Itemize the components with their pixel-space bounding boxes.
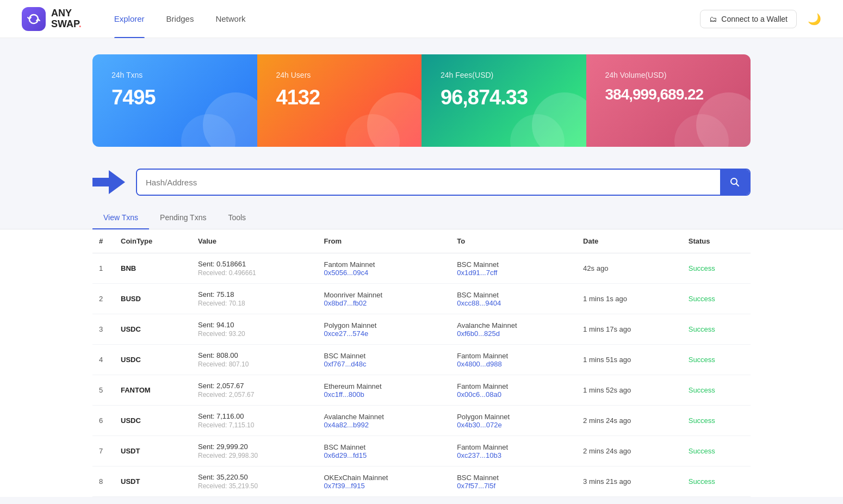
nav-item-bridges[interactable]: Bridges bbox=[156, 0, 205, 38]
stat-label-volume: 24h Volume(USD) bbox=[605, 71, 735, 79]
cell-date: 3 mins 21s ago bbox=[577, 466, 682, 497]
cell-to: BSC Mainnet 0xcc88...9404 bbox=[450, 284, 577, 314]
cell-coin: BUSD bbox=[114, 284, 191, 314]
nav-item-explorer[interactable]: Explorer bbox=[103, 0, 156, 38]
cell-date: 1 mins 52s ago bbox=[577, 375, 682, 406]
cell-date: 2 mins 24s ago bbox=[577, 436, 682, 466]
cell-to: Fantom Mainnet 0x4800...d988 bbox=[450, 345, 577, 375]
col-value: Value bbox=[191, 229, 317, 253]
search-box bbox=[136, 169, 751, 196]
cell-date: 2 mins 24s ago bbox=[577, 406, 682, 436]
cell-value: Sent: 29,999.20 Received: 29,998.30 bbox=[191, 436, 317, 466]
connect-wallet-label: Connect to a Wallet bbox=[721, 15, 788, 23]
search-section bbox=[0, 158, 843, 207]
cell-coin: USDT bbox=[114, 466, 191, 497]
logo-text: ANY SWAP. bbox=[51, 8, 82, 30]
from-addr-link[interactable]: 0x8bd7...fb02 bbox=[324, 299, 444, 307]
col-num: # bbox=[92, 229, 114, 253]
cell-num: 3 bbox=[92, 314, 114, 345]
cell-value: Sent: 35,220.50 Received: 35,219.50 bbox=[191, 466, 317, 497]
theme-toggle-button[interactable]: 🌙 bbox=[808, 13, 821, 26]
cell-value: Sent: 2,057.67 Received: 2,057.67 bbox=[191, 375, 317, 406]
cell-coin: FANTOM bbox=[114, 375, 191, 406]
stat-label-fees: 24h Fees(USD) bbox=[441, 71, 570, 79]
to-addr-link[interactable]: 0x00c6...08a0 bbox=[457, 390, 570, 399]
to-addr-link[interactable]: 0xcc88...9404 bbox=[457, 299, 570, 307]
tab-pending-txns[interactable]: Pending Txns bbox=[149, 207, 217, 229]
logo-area: ANY SWAP. bbox=[22, 7, 82, 31]
cell-coin: USDC bbox=[114, 406, 191, 436]
from-addr-link[interactable]: 0x5056...09c4 bbox=[324, 269, 444, 277]
logo-any: ANY bbox=[51, 8, 72, 18]
cell-from: OKExChain Mainnet 0x7f39...f915 bbox=[317, 466, 450, 497]
stat-card-txns: 24h Txns 7495 bbox=[92, 54, 257, 147]
tabs: View Txns Pending Txns Tools bbox=[92, 207, 751, 229]
cell-status: Success bbox=[682, 375, 751, 406]
svg-line-2 bbox=[736, 184, 739, 186]
cell-value: Sent: 808.00 Received: 807.10 bbox=[191, 345, 317, 375]
cell-from: Fantom Mainnet 0x5056...09c4 bbox=[317, 253, 450, 284]
cell-to: Polygon Mainnet 0x4b30...072e bbox=[450, 406, 577, 436]
transactions-table: # CoinType Value From To Date Status 1 B… bbox=[92, 229, 751, 497]
wallet-icon: 🗂 bbox=[709, 15, 717, 23]
cell-status: Success bbox=[682, 314, 751, 345]
cell-to: BSC Mainnet 0x1d91...7cff bbox=[450, 253, 577, 284]
main-nav: Explorer Bridges Network bbox=[103, 0, 257, 38]
header: ANY SWAP. Explorer Bridges Network 🗂 Con… bbox=[0, 0, 843, 38]
col-to: To bbox=[450, 229, 577, 253]
table-container: # CoinType Value From To Date Status 1 B… bbox=[0, 229, 843, 497]
cell-value: Sent: 7,116.00 Received: 7,115.10 bbox=[191, 406, 317, 436]
logo-swap: SWAP bbox=[51, 18, 79, 29]
tabs-section: View Txns Pending Txns Tools bbox=[0, 207, 843, 229]
to-addr-link[interactable]: 0x4b30...072e bbox=[457, 421, 570, 429]
tab-tools[interactable]: Tools bbox=[217, 207, 257, 229]
cell-status: Success bbox=[682, 284, 751, 314]
arrow-indicator bbox=[92, 169, 125, 196]
cell-value: Sent: 94.10 Received: 93.20 bbox=[191, 314, 317, 345]
cell-from: Avalanche Mainnet 0x4a82...b992 bbox=[317, 406, 450, 436]
logo-dot: . bbox=[79, 18, 82, 29]
from-addr-link[interactable]: 0xce27...574e bbox=[324, 329, 444, 338]
col-cointype: CoinType bbox=[114, 229, 191, 253]
cell-date: 1 mins 1s ago bbox=[577, 284, 682, 314]
cell-value: Sent: 0.518661 Received: 0.496661 bbox=[191, 253, 317, 284]
cell-from: Ethereum Mainnet 0xc1ff...800b bbox=[317, 375, 450, 406]
to-addr-link[interactable]: 0xf6b0...825d bbox=[457, 329, 570, 338]
svg-marker-0 bbox=[92, 170, 125, 194]
table-row: 6 USDC Sent: 7,116.00 Received: 7,115.10… bbox=[92, 406, 751, 436]
from-addr-link[interactable]: 0xc1ff...800b bbox=[324, 390, 444, 399]
cell-to: Avalanche Mainnet 0xf6b0...825d bbox=[450, 314, 577, 345]
search-button[interactable] bbox=[720, 170, 749, 195]
cell-from: Moonriver Mainnet 0x8bd7...fb02 bbox=[317, 284, 450, 314]
to-addr-link[interactable]: 0xc237...10b3 bbox=[457, 451, 570, 459]
col-status: Status bbox=[682, 229, 751, 253]
cell-num: 6 bbox=[92, 406, 114, 436]
col-from: From bbox=[317, 229, 450, 253]
table-row: 1 BNB Sent: 0.518661 Received: 0.496661 … bbox=[92, 253, 751, 284]
from-addr-link[interactable]: 0x4a82...b992 bbox=[324, 421, 444, 429]
from-addr-link[interactable]: 0x6d29...fd15 bbox=[324, 451, 444, 459]
table-section: # CoinType Value From To Date Status 1 B… bbox=[0, 229, 843, 497]
stat-card-fees: 24h Fees(USD) 96,874.33 bbox=[421, 54, 586, 147]
tab-view-txns[interactable]: View Txns bbox=[92, 207, 149, 229]
to-addr-link[interactable]: 0x4800...d988 bbox=[457, 360, 570, 368]
cell-num: 8 bbox=[92, 466, 114, 497]
stat-card-volume: 24h Volume(USD) 384,999,689.22 bbox=[586, 54, 751, 147]
from-addr-link[interactable]: 0xf767...d48c bbox=[324, 360, 444, 368]
connect-wallet-button[interactable]: 🗂 Connect to a Wallet bbox=[700, 10, 797, 28]
to-addr-link[interactable]: 0x1d91...7cff bbox=[457, 269, 570, 277]
table-row: 4 USDC Sent: 808.00 Received: 807.10 BSC… bbox=[92, 345, 751, 375]
cell-value: Sent: 75.18 Received: 70.18 bbox=[191, 284, 317, 314]
cell-from: BSC Mainnet 0xf767...d48c bbox=[317, 345, 450, 375]
cell-to: Fantom Mainnet 0xc237...10b3 bbox=[450, 436, 577, 466]
table-row: 5 FANTOM Sent: 2,057.67 Received: 2,057.… bbox=[92, 375, 751, 406]
stat-label-users: 24h Users bbox=[276, 71, 406, 79]
nav-item-network[interactable]: Network bbox=[204, 0, 256, 38]
cell-date: 42s ago bbox=[577, 253, 682, 284]
stat-label-txns: 24h Txns bbox=[111, 71, 241, 79]
from-addr-link[interactable]: 0x7f39...f915 bbox=[324, 482, 444, 490]
cell-num: 1 bbox=[92, 253, 114, 284]
cell-num: 7 bbox=[92, 436, 114, 466]
search-input[interactable] bbox=[137, 170, 720, 195]
to-addr-link[interactable]: 0x7f57...7l5f bbox=[457, 482, 570, 490]
